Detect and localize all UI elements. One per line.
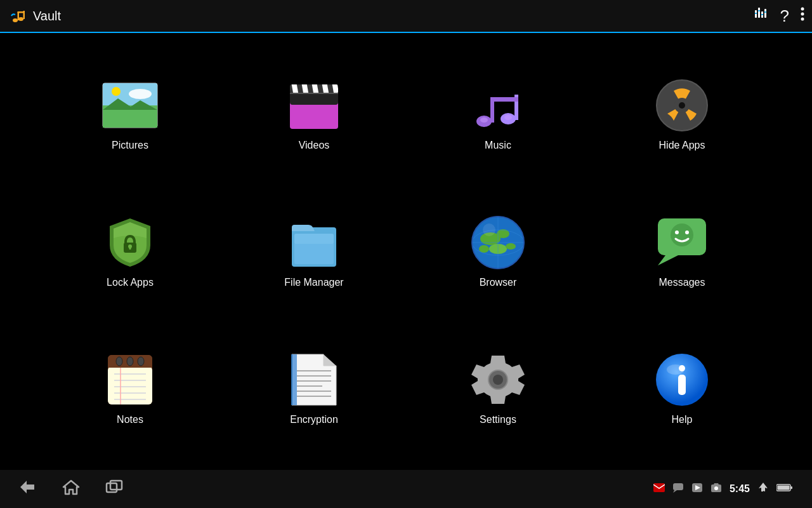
svg-point-67 [685, 231, 689, 234]
videos-item[interactable]: Videos [222, 46, 406, 183]
svg-rect-99 [678, 375, 686, 395]
messages-icon [654, 215, 710, 271]
svg-point-66 [675, 231, 679, 234]
svg-marker-64 [658, 255, 678, 265]
videos-icon [286, 77, 342, 133]
svg-rect-91 [292, 354, 297, 405]
photo-status-icon [710, 483, 722, 495]
music-item[interactable]: Music [406, 46, 590, 183]
topbar-actions: ? [754, 6, 804, 26]
svg-point-111 [714, 486, 718, 490]
svg-point-1 [13, 18, 18, 22]
svg-point-69 [687, 231, 688, 232]
svg-point-39 [504, 115, 512, 120]
svg-rect-13 [764, 11, 766, 13]
svg-point-68 [677, 231, 678, 232]
pictures-item[interactable]: Pictures [38, 46, 222, 183]
play-status-icon [691, 483, 703, 495]
settings-icon [470, 352, 526, 408]
home-button[interactable] [62, 479, 80, 499]
messages-item[interactable]: Messages [590, 183, 774, 320]
svg-rect-10 [755, 13, 757, 14]
battery-status-icon [776, 483, 793, 495]
svg-point-38 [480, 117, 488, 123]
lock-apps-icon [102, 215, 158, 271]
lock-apps-label: Lock Apps [107, 277, 154, 288]
pictures-icon [102, 77, 158, 133]
browser-label: Browser [480, 277, 517, 288]
file-manager-label: File Manager [284, 277, 343, 288]
svg-point-56 [479, 245, 489, 253]
recents-button[interactable] [105, 479, 123, 498]
svg-rect-7 [758, 8, 760, 18]
app-logo: Vault [8, 6, 61, 26]
notes-label: Notes [117, 414, 143, 425]
status-icons: 5:45 [653, 482, 793, 496]
svg-point-98 [679, 365, 685, 371]
svg-rect-12 [761, 14, 763, 15]
hide-apps-label: Hide Apps [659, 140, 705, 151]
gmail-status-icon [653, 483, 665, 495]
svg-point-43 [679, 102, 685, 109]
notes-item[interactable]: Notes [38, 320, 222, 457]
lock-apps-item[interactable]: Lock Apps [38, 183, 222, 320]
equalizer-icon[interactable] [754, 6, 769, 25]
help-icon[interactable]: ? [780, 6, 789, 26]
help-item[interactable]: Help [590, 320, 774, 457]
svg-rect-102 [107, 483, 117, 492]
svg-rect-105 [673, 483, 683, 490]
svg-rect-37 [490, 97, 518, 102]
encryption-label: Encryption [290, 414, 338, 425]
svg-point-21 [112, 87, 121, 96]
svg-point-14 [801, 8, 804, 11]
clock-display: 5:45 [730, 483, 750, 495]
svg-point-82 [138, 357, 144, 366]
bottom-navigation-bar: 5:45 [0, 470, 812, 508]
hide-apps-item[interactable]: Hide Apps [590, 46, 774, 183]
notes-icon [102, 352, 158, 408]
svg-rect-104 [653, 483, 665, 492]
svg-point-81 [127, 357, 133, 366]
svg-point-3 [18, 17, 23, 21]
svg-rect-5 [18, 11, 25, 13]
svg-point-15 [801, 13, 804, 16]
svg-rect-47 [129, 246, 131, 250]
vault-logo-icon [8, 6, 28, 26]
file-manager-icon [286, 215, 342, 271]
svg-point-20 [129, 89, 152, 99]
airplane-status-icon [757, 482, 769, 496]
browser-item[interactable]: Browser [406, 183, 590, 320]
pictures-label: Pictures [112, 140, 148, 151]
svg-point-80 [116, 357, 122, 366]
svg-rect-11 [758, 10, 760, 11]
help-label: Help [672, 414, 693, 425]
hide-apps-icon [654, 77, 710, 133]
svg-marker-84 [324, 354, 336, 366]
music-icon [470, 77, 526, 133]
videos-label: Videos [299, 140, 330, 151]
file-manager-item[interactable]: File Manager [222, 183, 406, 320]
svg-rect-50 [294, 234, 334, 244]
svg-rect-113 [790, 486, 792, 489]
encryption-item[interactable]: Encryption [222, 320, 406, 457]
settings-label: Settings [480, 414, 516, 425]
chat-status-icon [672, 483, 684, 495]
svg-point-57 [506, 243, 516, 250]
svg-marker-101 [63, 481, 79, 494]
svg-marker-100 [20, 481, 34, 493]
settings-item[interactable]: Settings [406, 320, 590, 457]
more-options-icon[interactable] [801, 7, 804, 25]
help-icon [654, 352, 710, 408]
svg-point-65 [671, 224, 693, 246]
browser-icon [470, 215, 526, 271]
svg-marker-110 [714, 483, 719, 485]
app-title: Vault [33, 9, 61, 23]
svg-point-16 [801, 18, 804, 21]
encryption-icon [286, 352, 342, 408]
svg-marker-106 [673, 490, 677, 493]
svg-rect-114 [778, 486, 790, 490]
back-button[interactable] [19, 479, 37, 498]
music-label: Music [485, 140, 511, 151]
svg-point-61 [483, 224, 495, 236]
messages-label: Messages [659, 277, 705, 288]
